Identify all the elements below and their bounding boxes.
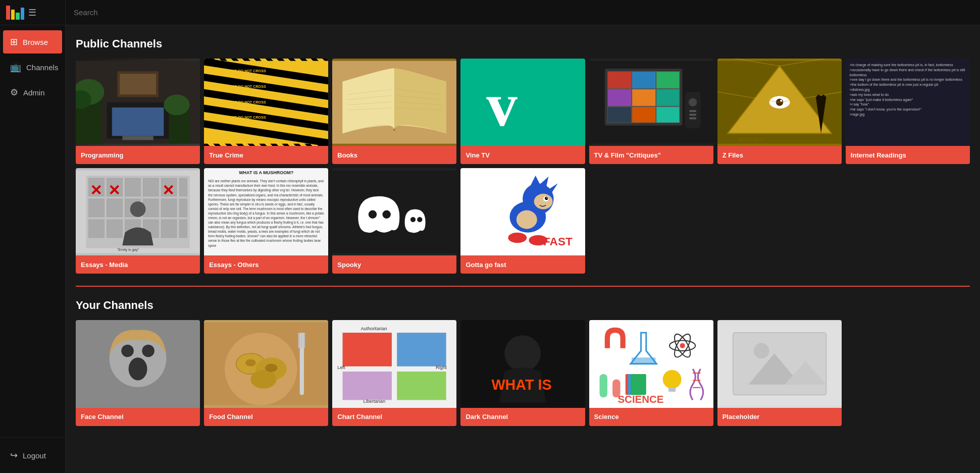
- channel-label-face: Face Channel: [76, 408, 200, 426]
- sidebar-item-browse[interactable]: ⊞ Browse: [3, 30, 62, 54]
- channel-label-chart: Chart Channel: [332, 408, 456, 426]
- channel-card-face[interactable]: Face Channel: [76, 320, 200, 426]
- svg-text:WHAT IS: WHAT IS: [492, 377, 552, 393]
- logo-bar-2: [11, 10, 15, 20]
- sidebar-item-channels[interactable]: 📺 Channels: [3, 56, 62, 79]
- search-input[interactable]: [74, 8, 972, 17]
- channel-card-gotta-go-fast[interactable]: FAST Gotta go fast: [460, 168, 585, 274]
- svg-rect-116: [301, 333, 302, 349]
- card-bg-zfiles: MDCCLXXVI: [717, 59, 842, 146]
- channel-card-internet-readings[interactable]: >in charge of making sure the bottomless…: [846, 59, 970, 164]
- svg-rect-48: [689, 117, 696, 119]
- svg-rect-10: [120, 74, 156, 94]
- spooky-image: [332, 168, 456, 255]
- svg-rect-77: [161, 220, 177, 238]
- svg-text:v: v: [487, 70, 518, 139]
- channel-card-z-files[interactable]: MDCCLXXVI Z Files: [717, 59, 842, 164]
- channel-label-vine-tv: Vine TV: [460, 146, 585, 164]
- svg-point-107: [129, 358, 147, 381]
- sidebar-item-admin[interactable]: ⚙ Admin: [3, 81, 62, 104]
- card-bg-food: [204, 320, 328, 407]
- channel-card-essays-others[interactable]: WHAT IS A MUSHROOM? NGI are neither plan…: [204, 168, 328, 274]
- channel-label-tv-film: TV & Film "Critiques": [589, 146, 713, 164]
- svg-rect-74: [107, 220, 123, 238]
- svg-point-53: [780, 99, 782, 101]
- chart-image: Authoritarian Left Right Libertarian: [332, 320, 456, 407]
- svg-rect-71: [161, 199, 177, 217]
- svg-point-87: [410, 217, 416, 222]
- content-area: Public Channels: [66, 25, 980, 450]
- svg-rect-66: [179, 178, 187, 196]
- main-content: Public Channels: [66, 0, 980, 473]
- card-bg-spooky: [332, 168, 456, 255]
- channel-label-placeholder: Placeholder: [717, 408, 842, 426]
- hamburger-icon[interactable]: ☰: [28, 7, 36, 18]
- svg-point-130: [505, 336, 541, 372]
- svg-point-97: [545, 197, 548, 200]
- channel-card-science[interactable]: SCIENCE Science: [589, 320, 713, 426]
- channel-label-gotta-go-fast: Gotta go fast: [460, 255, 585, 274]
- svg-rect-43: [656, 107, 679, 123]
- admin-icon: ⚙: [10, 87, 18, 98]
- channel-card-vine-tv[interactable]: v Vine TV: [460, 59, 585, 164]
- logout-label: Logout: [23, 451, 46, 460]
- logout-icon: ↪: [10, 450, 18, 461]
- svg-text:MDCCLXXVI: MDCCLXXVI: [738, 138, 763, 142]
- card-bg-science: SCIENCE: [589, 320, 713, 407]
- dark-image: WHAT IS: [460, 320, 585, 407]
- card-bg-internet: >in charge of making sure the bottomless…: [846, 59, 970, 146]
- svg-rect-37: [656, 72, 679, 88]
- svg-rect-2: [112, 108, 164, 136]
- svg-rect-117: [303, 333, 305, 349]
- channel-label-spooky: Spooky: [332, 255, 456, 274]
- svg-rect-123: [343, 372, 392, 400]
- svg-rect-47: [689, 114, 696, 116]
- channel-card-true-crime[interactable]: POLICE LINE DO NOT CROSS POLICE LINE DO …: [204, 59, 328, 164]
- svg-rect-137: [599, 375, 607, 398]
- channel-label-food: Food Channel: [204, 408, 328, 426]
- svg-rect-41: [607, 107, 631, 123]
- channel-card-placeholder[interactable]: Placeholder: [717, 320, 842, 426]
- channel-card-spooky[interactable]: Spooky: [332, 168, 456, 274]
- placeholder-image: [717, 320, 842, 407]
- svg-text:FAST: FAST: [544, 235, 573, 248]
- svg-point-152: [753, 343, 769, 359]
- svg-rect-30: [460, 61, 585, 144]
- svg-point-118: [245, 359, 256, 366]
- svg-rect-122: [397, 333, 446, 367]
- channel-card-tv-film[interactable]: TV & Film "Critiques": [589, 59, 713, 164]
- svg-rect-64: [143, 178, 159, 196]
- svg-point-86: [383, 211, 391, 219]
- card-bg-essays-others: WHAT IS A MUSHROOM? NGI are neither plan…: [204, 168, 328, 255]
- svg-point-113: [250, 370, 276, 389]
- channel-card-essays-media[interactable]: ✕ ✕ ✕ "Emily is gay" Essays - Media: [76, 168, 200, 274]
- svg-text:Authoritarian: Authoritarian: [361, 326, 387, 331]
- svg-rect-68: [107, 199, 123, 217]
- channel-card-chart[interactable]: Authoritarian Left Right Libertarian Cha…: [332, 320, 456, 426]
- svg-point-82: [130, 201, 146, 217]
- svg-text:Left: Left: [338, 365, 346, 370]
- logout-button[interactable]: ↪ Logout: [3, 444, 62, 467]
- card-bg-truecrime: POLICE LINE DO NOT CROSS POLICE LINE DO …: [204, 59, 328, 146]
- card-bg-chart: Authoritarian Left Right Libertarian: [332, 320, 456, 407]
- channel-card-programming[interactable]: Programming: [76, 59, 200, 164]
- svg-rect-46: [689, 110, 696, 112]
- svg-rect-35: [607, 72, 631, 88]
- section-divider: [76, 286, 970, 287]
- sidebar-header: ☰: [0, 0, 65, 25]
- channel-card-food[interactable]: Food Channel: [204, 320, 328, 426]
- card-bg-essays-media: ✕ ✕ ✕ "Emily is gay": [76, 168, 200, 255]
- svg-rect-36: [632, 72, 655, 88]
- channel-card-dark[interactable]: WHAT IS Dark Channel: [460, 320, 585, 426]
- your-channels-title: Your Channels: [76, 299, 970, 312]
- channel-label-books: Books: [332, 146, 456, 164]
- mushroom-text: NGI are neither plants nor animals. They…: [206, 177, 326, 249]
- svg-rect-141: [631, 375, 646, 395]
- svg-point-119: [265, 364, 278, 372]
- sidebar-item-admin-label: Admin: [23, 88, 45, 97]
- svg-rect-63: [125, 178, 140, 196]
- your-channels-grid: Face Channel: [76, 320, 970, 426]
- channel-card-books[interactable]: Books: [332, 59, 456, 164]
- sidebar: ☰ ⊞ Browse 📺 Channels ⚙ Admin ↪ Logout: [0, 0, 66, 473]
- logo-bar-3: [16, 13, 20, 20]
